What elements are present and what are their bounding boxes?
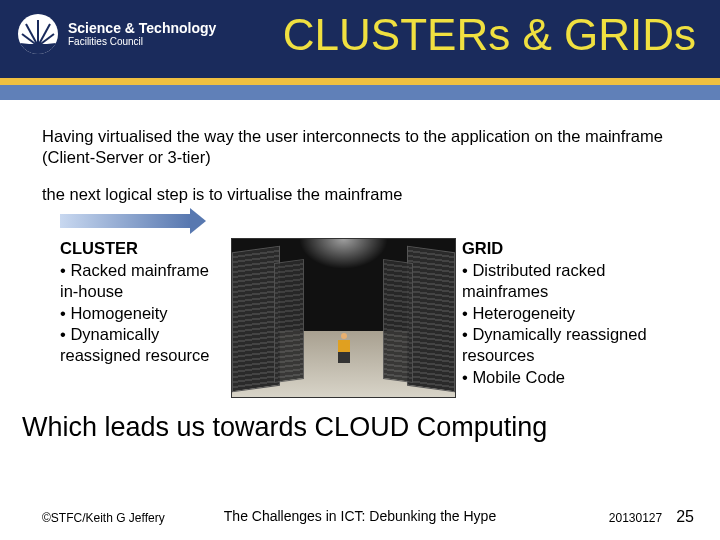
grid-bullet: • Dynamically reassigned resources (462, 324, 660, 367)
copyright: ©STFC/Keith G Jeffery (42, 511, 165, 525)
cluster-bullet: • Homogeneity (60, 303, 225, 324)
org-name-line2: Facilities Council (68, 36, 216, 47)
slide-header: Science & Technology Facilities Council … (0, 0, 720, 100)
cluster-bullet: • Racked mainframe in-house (60, 260, 225, 303)
intro-text: Having virtualised the way the user inte… (42, 126, 678, 167)
grid-column: GRID • Distributed racked mainframes • H… (462, 238, 660, 388)
page-number: 25 (676, 508, 694, 526)
conclusion-text: Which leads us towards CLOUD Computing (0, 398, 720, 443)
comparison-columns: CLUSTER • Racked mainframe in-house • Ho… (42, 238, 678, 398)
svg-rect-7 (18, 44, 58, 54)
footer-date: 20130127 (609, 511, 662, 525)
arrow-right-icon (60, 214, 190, 228)
footer-subtitle: The Challenges in ICT: Debunking the Hyp… (224, 508, 496, 524)
cluster-heading: CLUSTER (60, 238, 225, 259)
step-text: the next logical step is to virtualise t… (42, 185, 678, 204)
grid-bullet: • Heterogeneity (462, 303, 660, 324)
slide-content: Having virtualised the way the user inte… (0, 100, 720, 398)
cluster-column: CLUSTER • Racked mainframe in-house • Ho… (60, 238, 225, 388)
grid-bullet: • Distributed racked mainframes (462, 260, 660, 303)
grid-bullet: • Mobile Code (462, 367, 660, 388)
org-name: Science & Technology Facilities Council (68, 21, 216, 47)
datacenter-image (231, 238, 456, 398)
sunburst-icon (18, 14, 58, 54)
person-icon (338, 333, 350, 363)
org-name-line1: Science & Technology (68, 21, 216, 36)
cluster-bullet: • Dynamically reassigned resource (60, 324, 225, 367)
slide-footer: ©STFC/Keith G Jeffery The Challenges in … (0, 508, 720, 526)
slide-title: CLUSTERs & GRIDs (283, 10, 696, 60)
grid-heading: GRID (462, 238, 660, 259)
org-logo: Science & Technology Facilities Council (0, 0, 216, 54)
arrow-row (42, 214, 678, 232)
